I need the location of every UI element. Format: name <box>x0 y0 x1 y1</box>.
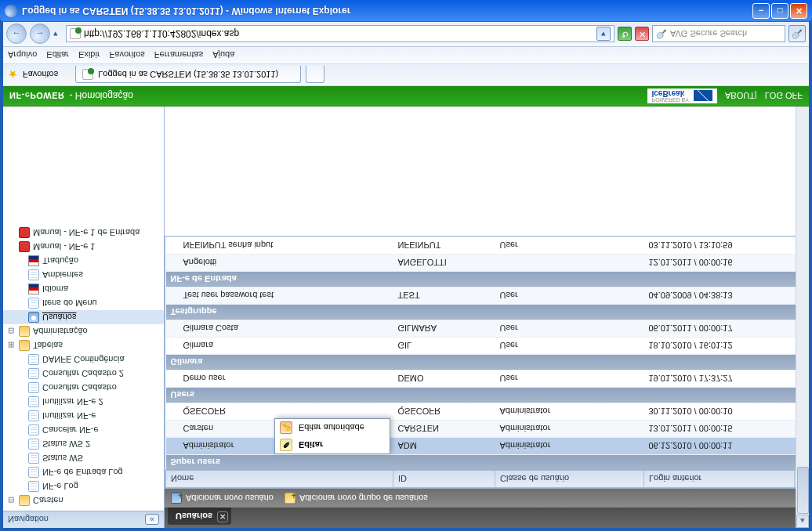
tree-node-danfe[interactable]: DANFE Contingência <box>3 352 164 367</box>
favorites-label[interactable]: Favoritos <box>23 70 58 80</box>
add-user-button[interactable]: Adicionar novo usuário <box>171 493 274 504</box>
grid-row-carsten[interactable]: CarstenCARSTENAdministrator13.01.2011 / … <box>166 421 808 438</box>
content-tabstrip: Usuários ✕ <box>165 508 809 528</box>
grid-row-test[interactable]: Test user password testTESTUser04.09.200… <box>166 287 808 305</box>
logoff-link[interactable]: LOG OFF <box>765 92 803 101</box>
context-menu: ✎ Editar Editar autoridade <box>274 418 390 454</box>
minimize-button[interactable]: – <box>752 3 770 19</box>
ctx-editar[interactable]: ✎ Editar <box>275 436 390 453</box>
grid-row-nfeinput[interactable]: NFEINPUT senha inputNFEINPUTUser03.11.20… <box>166 237 808 255</box>
icebreak-stripe-icon <box>694 91 712 102</box>
group-add-icon <box>285 493 295 504</box>
tree-node-traducao[interactable]: Tradução <box>3 254 164 268</box>
col-classe[interactable]: Classe de usuário <box>495 471 644 488</box>
content-tab-usuarios[interactable]: Usuários ✕ <box>168 508 231 525</box>
menu-arquivo[interactable]: Arquivo <box>8 51 37 60</box>
address-bar: ← → ▾ ▾ ↻ ✕ 🔍 AVG Secure Search 🔍 <box>3 22 809 47</box>
favorites-star-icon[interactable]: ★ <box>8 69 18 81</box>
group-testgruppe[interactable]: Testgruppe <box>166 305 808 320</box>
browser-icon <box>5 5 17 17</box>
close-button[interactable]: ✕ <box>790 3 807 19</box>
grid-row-demo[interactable]: Demo userDEMOUser19.01.2010 / 17:37:27 <box>166 370 808 388</box>
col-login[interactable]: Login anterior <box>644 471 795 488</box>
browser-tab-title: Logged in as CARSTEN (15.38.35 13.01.201… <box>98 70 278 79</box>
app-subtitle: - Homologação <box>70 91 133 102</box>
icebreak-badge: POWERED BY IceBreak <box>647 88 717 103</box>
maximize-button[interactable]: □ <box>771 3 788 19</box>
tree-node-admin[interactable]: ⊟Administração <box>3 324 164 338</box>
search-placeholder: AVG Secure Search <box>670 30 747 39</box>
window-titlebar: Logged in as CARSTEN (15.38.35 13.01.201… <box>0 0 812 22</box>
window-title: Logged in as CARSTEN (15.38.35 13.01.201… <box>22 5 752 16</box>
search-icon: 🔍 <box>656 29 667 39</box>
col-id[interactable]: ID <box>393 471 495 488</box>
scroll-up-icon[interactable]: ▴ <box>796 515 809 528</box>
refresh-button[interactable]: ↻ <box>618 27 632 42</box>
new-tab-button[interactable] <box>306 67 324 84</box>
empty-area <box>165 107 809 236</box>
url-field-wrap[interactable]: ▾ <box>66 26 614 43</box>
url-input[interactable] <box>84 29 593 40</box>
tree-node-status-ws[interactable]: Status WS <box>3 451 164 465</box>
ctx-editar-autoridade[interactable]: Editar autoridade <box>275 419 390 436</box>
tree-node-usuarios[interactable]: Usuários <box>3 310 164 324</box>
menu-bar: Arquivo Editar Exibir Favoritos Ferramen… <box>3 47 809 64</box>
tree-node-inutilizar2[interactable]: Inutilizar NF-e 2 <box>3 395 164 409</box>
tree-node-cancelar[interactable]: Cancelar NF-e <box>3 423 164 437</box>
back-button[interactable]: ← <box>6 24 27 45</box>
group-gilmara[interactable]: Gilmara <box>166 355 808 370</box>
search-go-button[interactable]: 🔍 <box>788 26 806 43</box>
menu-editar[interactable]: Editar <box>46 51 69 60</box>
add-group-button[interactable]: Adicionar novo grupo de usuários <box>285 493 428 504</box>
browser-tab-active[interactable]: Logged in as CARSTEN (15.38.35 13.01.201… <box>75 67 301 84</box>
grid-header-row: Nome ID Classe de usuário Login anterior <box>166 471 808 488</box>
close-tab-icon[interactable]: ✕ <box>217 511 228 522</box>
tree-node-cadastro[interactable]: Consultar Cadastro <box>3 381 164 395</box>
edit-icon: ✎ <box>280 439 292 451</box>
tree-node-idioma[interactable]: Idioma <box>3 282 164 296</box>
tree-node-status-ws2[interactable]: Status WS 2 <box>3 437 164 451</box>
group-users[interactable]: Users <box>166 388 808 403</box>
users-grid: Nome ID Classe de usuário Login anterior… <box>165 237 808 488</box>
stop-button[interactable]: ✕ <box>635 27 649 42</box>
grid-row-qsecofr[interactable]: QSECOFRQSECOFRAdministrator30.11.2010 / … <box>166 403 808 421</box>
menu-ferramentas[interactable]: Ferramentas <box>154 51 203 60</box>
scroll-thumb[interactable] <box>797 467 809 514</box>
app-logo: NF-ePOWER <box>9 90 65 102</box>
tab-favicon-icon <box>82 69 93 80</box>
tree-node-manual1[interactable]: Manual - NF-e 1 <box>3 240 164 254</box>
menu-exibir[interactable]: Exibir <box>78 51 100 60</box>
grid-row-gilmara-costa[interactable]: Gilmara CostaGILMARAUser06.01.2011 / 00:… <box>166 320 808 338</box>
menu-favoritos[interactable]: Favoritos <box>110 51 145 60</box>
authority-icon <box>280 421 292 434</box>
group-nfe-entrada[interactable]: NF-e de Entrada <box>166 272 808 287</box>
about-link[interactable]: ABOUT <box>725 92 755 101</box>
page-icon <box>70 29 81 40</box>
sidebar-title: Navigation <box>8 515 49 525</box>
app-header: NF-ePOWER - Homologação POWERED BY IceBr… <box>3 86 809 107</box>
group-super-users[interactable]: Super users <box>166 455 808 471</box>
url-dropdown-icon[interactable]: ▾ <box>596 27 611 42</box>
grid-row-gilmara[interactable]: GilmaraGILUser18.10.2010 / 16:01:12 <box>166 338 808 355</box>
forward-button[interactable]: → <box>30 24 50 45</box>
main-scrollbar[interactable]: ▴ <box>796 107 809 528</box>
tree-node-nfe-log[interactable]: NF-e Log <box>3 479 164 493</box>
tree-node-itens-menu[interactable]: Itens do Menu <box>3 296 164 310</box>
tree-node-cadastro2[interactable]: Consultar Cadastro 2 <box>3 367 164 381</box>
tree-node-manual2[interactable]: Manual - NF-e 1 de Entrada <box>3 226 164 240</box>
col-nome[interactable]: Nome <box>166 471 393 488</box>
tree-node-nfe-entrada-log[interactable]: NF-e de Entrada Log <box>3 465 164 479</box>
tree-node-ambientes[interactable]: Ambientes <box>3 268 164 282</box>
menu-ajuda[interactable]: Ajuda <box>212 51 234 60</box>
tree-node-carsten[interactable]: ⊟Carsten <box>3 493 164 508</box>
nav-tree: ⊟Carsten NF-e Log NF-e de Entrada Log St… <box>3 107 164 511</box>
grid-row-angelotti[interactable]: AngelottiANGELOTTI12.01.2011 / 00:00:16 <box>166 255 808 272</box>
tree-node-tabelas[interactable]: ⊞Tabelas <box>3 338 164 352</box>
search-field[interactable]: 🔍 AVG Secure Search <box>652 26 785 43</box>
content-toolbar: Adicionar novo usuário Adicionar novo gr… <box>165 489 809 508</box>
sidebar-collapse-button[interactable]: « <box>145 515 159 526</box>
tree-node-inutilizar[interactable]: Inutilizar NF-e <box>3 409 164 423</box>
main-panel: Usuários ✕ Adicionar novo usuário Adicio… <box>165 107 809 528</box>
nav-dropdown-icon[interactable]: ▾ <box>53 29 63 39</box>
grid-row-adm[interactable]: AdministratorADMAdministrator06.12.2010 … <box>166 438 808 455</box>
